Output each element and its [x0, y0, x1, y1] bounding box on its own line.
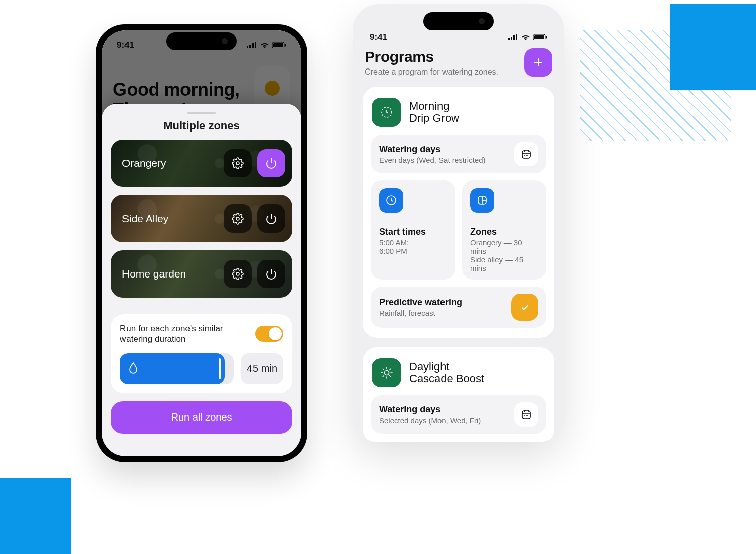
zones-chip: [470, 188, 494, 213]
zone-settings-button[interactable]: [224, 260, 252, 288]
notch: [423, 12, 494, 30]
/clock-dotted-icon: [380, 105, 394, 119]
calendar-icon: [521, 149, 532, 160]
watering-days-value: Selected days (Mon, Wed, Fri): [379, 416, 481, 425]
zone-card-side-alley[interactable]: Side Alley: [111, 195, 292, 242]
grid-icon: [476, 194, 488, 206]
zone-card-home-garden[interactable]: Home garden: [111, 250, 292, 298]
predictive-watering-row[interactable]: Predictive watering Rainfall, forecast: [371, 287, 546, 328]
predictive-toggle[interactable]: [511, 294, 538, 321]
phone-right: 9:41 Programs Create a program for water…: [353, 4, 564, 442]
watering-days-row[interactable]: Watering days Selected days (Mon, Wed, F…: [371, 395, 546, 434]
status-time: 9:41: [370, 32, 387, 42]
duration-slider[interactable]: [120, 353, 234, 384]
bg-square-bottom: [0, 478, 71, 554]
divider: [121, 306, 282, 306]
program-card[interactable]: Morning Drip Grow Watering days Even day…: [363, 87, 554, 338]
svg-point-11: [236, 272, 239, 275]
plus-icon: [533, 57, 544, 68]
svg-rect-23: [522, 151, 530, 158]
program-card[interactable]: Daylight Cascade Boost Watering days Sel…: [363, 347, 554, 442]
duration-toggle[interactable]: [255, 326, 283, 342]
run-all-zones-button[interactable]: Run all zones: [111, 401, 292, 434]
start-times-value: 5:00 AM; 6:00 PM: [379, 238, 447, 255]
calendar-icon: [521, 409, 532, 420]
zone-card-orangery[interactable]: Orangery: [111, 140, 292, 187]
sheet-multiple-zones: Multiple zones Orangery S: [102, 104, 301, 456]
start-times-title: Start times: [379, 227, 447, 237]
svg-point-48: [526, 415, 527, 416]
watering-days-title: Watering days: [379, 144, 485, 155]
zone-power-button[interactable]: [257, 204, 285, 233]
check-icon: [519, 302, 530, 313]
zone-name: Home garden: [122, 268, 224, 280]
svg-rect-15: [513, 35, 515, 40]
start-times-card[interactable]: Start times 5:00 AM; 6:00 PM: [371, 180, 455, 280]
signal-icon: [508, 34, 518, 40]
zones-value: Orangery — 30 mins Side alley — 45 mins: [470, 238, 538, 272]
predictive-title: Predictive watering: [379, 297, 462, 308]
status-icons: [508, 34, 547, 40]
notch: [166, 32, 237, 50]
zone-name: Orangery: [122, 157, 224, 169]
zone-power-button[interactable]: [257, 149, 285, 177]
svg-point-28: [526, 155, 527, 156]
svg-point-27: [524, 155, 525, 156]
program-icon: [372, 358, 401, 387]
gear-icon: [232, 213, 244, 225]
page-subtitle: Create a program for watering zones.: [365, 67, 517, 77]
page-title: Programs: [365, 48, 517, 65]
zone-settings-button[interactable]: [224, 149, 252, 177]
sheet-grabber[interactable]: [187, 112, 216, 114]
run-all-zones-label: Run all zones: [171, 411, 232, 423]
calendar-button[interactable]: [514, 142, 538, 166]
duration-toggle-label: Run for each zone's similar watering dur…: [120, 323, 248, 345]
watering-days-value: Even days (Wed, Sat restricted): [379, 156, 485, 164]
svg-point-49: [527, 415, 528, 416]
svg-rect-43: [522, 411, 530, 419]
duration-value: 45 min: [241, 353, 283, 384]
program-icon: [372, 98, 401, 127]
clock-icon: [385, 194, 397, 206]
drop-icon: [128, 362, 138, 376]
watering-days-title: Watering days: [379, 404, 481, 415]
calendar-button[interactable]: [514, 402, 538, 427]
battery-icon: [533, 34, 547, 40]
svg-line-42: [390, 369, 391, 370]
zones-card[interactable]: Zones Orangery — 30 mins Side alley — 45…: [462, 180, 546, 280]
program-name: Daylight Cascade Boost: [409, 361, 484, 385]
svg-rect-14: [511, 37, 512, 40]
bg-square-top: [670, 4, 756, 90]
sheet-title: Multiple zones: [111, 119, 292, 132]
svg-line-41: [383, 376, 384, 377]
svg-rect-18: [534, 35, 544, 39]
status-bar: 9:41: [363, 32, 554, 42]
svg-line-40: [390, 376, 391, 377]
zone-name: Side Alley: [122, 213, 224, 225]
svg-point-47: [524, 415, 525, 416]
phone-left: 9:41 Good morning, Thomas!: [96, 24, 307, 462]
watering-days-row[interactable]: Watering days Even days (Wed, Sat restri…: [371, 135, 546, 173]
zones-title: Zones: [470, 227, 538, 237]
svg-point-29: [527, 155, 528, 156]
gear-icon: [232, 157, 244, 169]
predictive-value: Rainfall, forecast: [379, 309, 462, 317]
add-program-button[interactable]: [524, 48, 552, 77]
svg-rect-13: [508, 38, 510, 40]
svg-line-39: [383, 369, 384, 370]
svg-point-9: [236, 217, 239, 220]
zone-power-button[interactable]: [257, 260, 285, 288]
svg-point-7: [236, 162, 239, 165]
wifi-icon: [521, 34, 530, 40]
program-name: Morning Drip Grow: [409, 100, 459, 124]
zone-settings-button[interactable]: [224, 204, 252, 233]
svg-point-34: [385, 371, 389, 375]
svg-rect-19: [546, 36, 547, 39]
clock-chip: [379, 188, 403, 213]
power-icon: [265, 157, 277, 169]
duration-panel: Run for each zone's similar watering dur…: [111, 314, 292, 393]
sun-icon: [380, 366, 394, 380]
power-icon: [265, 213, 277, 225]
gear-icon: [232, 268, 244, 280]
power-icon: [265, 268, 277, 280]
